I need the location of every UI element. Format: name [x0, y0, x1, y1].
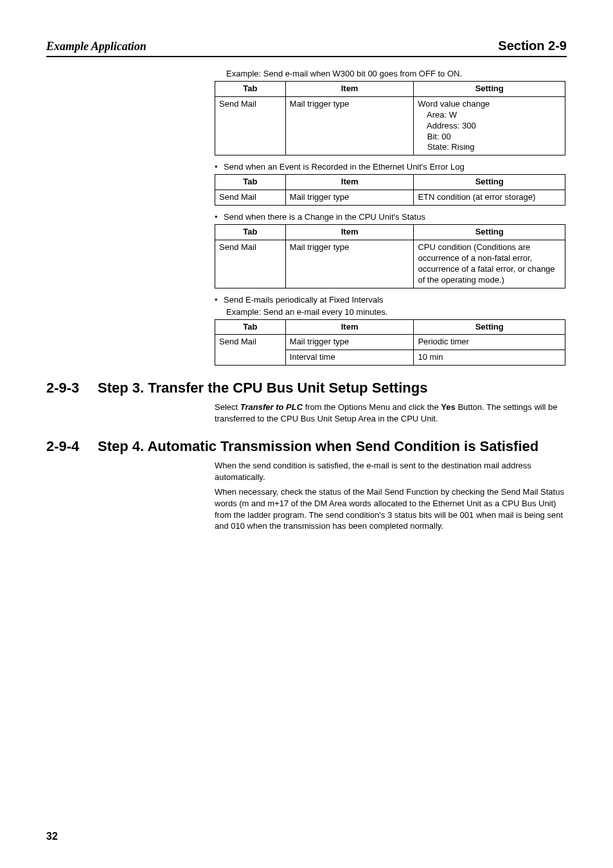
th-setting: Setting	[414, 225, 565, 240]
page-number: 32	[46, 831, 58, 842]
bullet-error-log: • Send when an Event is Recorded in the …	[215, 162, 567, 172]
paragraph: When the send condition is satisfied, th…	[215, 460, 567, 483]
table-etn-condition: Tab Item Setting Send Mail Mail trigger …	[215, 174, 565, 206]
text: from the Options Menu and click the	[303, 402, 441, 412]
text-bold-italic: Transfer to PLC	[240, 402, 303, 412]
table-word-value-change: Tab Item Setting Send Mail Mail trigger …	[215, 81, 565, 155]
td-setting: Periodic timer	[414, 335, 565, 350]
bullet-dot-icon: •	[215, 295, 224, 305]
bullet-periodic: • Send E-mails periodically at Fixed Int…	[215, 295, 567, 305]
heading-number: 2-9-3	[46, 380, 98, 396]
table-cpu-condition: Tab Item Setting Send Mail Mail trigger …	[215, 224, 565, 288]
td-tab: Send Mail	[215, 240, 286, 288]
bullet-text: Send E-mails periodically at Fixed Inter…	[224, 295, 384, 305]
heading-title: Step 4. Automatic Transmission when Send…	[98, 438, 538, 455]
th-item: Item	[285, 175, 414, 190]
td-tab: Send Mail	[215, 96, 286, 155]
td-setting: Word value change Area: W Address: 300 B…	[414, 96, 565, 155]
th-setting: Setting	[414, 175, 565, 190]
bullet-dot-icon: •	[215, 212, 224, 222]
table-row: Send Mail Mail trigger type Word value c…	[215, 96, 565, 155]
td-item: Mail trigger type	[285, 96, 414, 155]
bullet-text: Send when there is a Change in the CPU U…	[224, 212, 425, 222]
bullet-text: Send when an Event is Recorded in the Et…	[224, 162, 465, 172]
header-rule	[46, 56, 567, 57]
intro-example-line: Example: Send e-mail when W300 bit 00 go…	[226, 69, 567, 78]
td-item: Mail trigger type	[285, 240, 414, 288]
th-tab: Tab	[215, 225, 286, 240]
running-head-left: Example Application	[46, 40, 147, 53]
paragraph: Select Transfer to PLC from the Options …	[215, 402, 567, 424]
td-setting: 10 min	[414, 350, 565, 366]
bullet-cpu-status: • Send when there is a Change in the CPU…	[215, 212, 567, 222]
th-item: Item	[285, 225, 414, 240]
th-item: Item	[285, 319, 414, 335]
td-tab: Send Mail	[215, 335, 286, 366]
th-item: Item	[285, 82, 414, 97]
td-item: Interval time	[285, 350, 414, 366]
th-tab: Tab	[215, 175, 286, 190]
heading-number: 2-9-4	[46, 438, 98, 455]
running-head-right: Section 2-9	[498, 39, 567, 53]
table-header-row: Tab Item Setting	[215, 319, 565, 335]
table-row: Send Mail Mail trigger type CPU conditio…	[215, 240, 565, 288]
th-tab: Tab	[215, 319, 286, 335]
td-setting: ETN condition (at error storage)	[414, 190, 565, 206]
periodic-example-line: Example: Send an e-mail every 10 minutes…	[226, 307, 567, 317]
bullet-dot-icon: •	[215, 162, 224, 172]
table-row: Send Mail Mail trigger type ETN conditio…	[215, 190, 565, 206]
heading-title: Step 3. Transfer the CPU Bus Unit Setup …	[98, 380, 427, 396]
text-bold: Yes	[441, 402, 455, 412]
table-header-row: Tab Item Setting	[215, 175, 565, 190]
table-header-row: Tab Item Setting	[215, 82, 565, 97]
td-item: Mail trigger type	[285, 335, 414, 350]
heading-2-9-3: 2-9-3 Step 3. Transfer the CPU Bus Unit …	[46, 380, 567, 396]
table-header-row: Tab Item Setting	[215, 225, 565, 240]
td-item: Mail trigger type	[285, 190, 414, 206]
th-setting: Setting	[414, 82, 565, 97]
heading-2-9-4: 2-9-4 Step 4. Automatic Transmission whe…	[46, 438, 567, 455]
td-setting: CPU condition (Conditions are occurrence…	[414, 240, 565, 288]
td-tab: Send Mail	[215, 190, 286, 206]
th-tab: Tab	[215, 82, 286, 97]
text: Select	[215, 402, 240, 412]
table-row: Send Mail Mail trigger type Periodic tim…	[215, 335, 565, 350]
paragraph: When necessary, check the status of the …	[215, 486, 567, 531]
th-setting: Setting	[414, 319, 565, 335]
table-periodic-timer: Tab Item Setting Send Mail Mail trigger …	[215, 319, 565, 366]
